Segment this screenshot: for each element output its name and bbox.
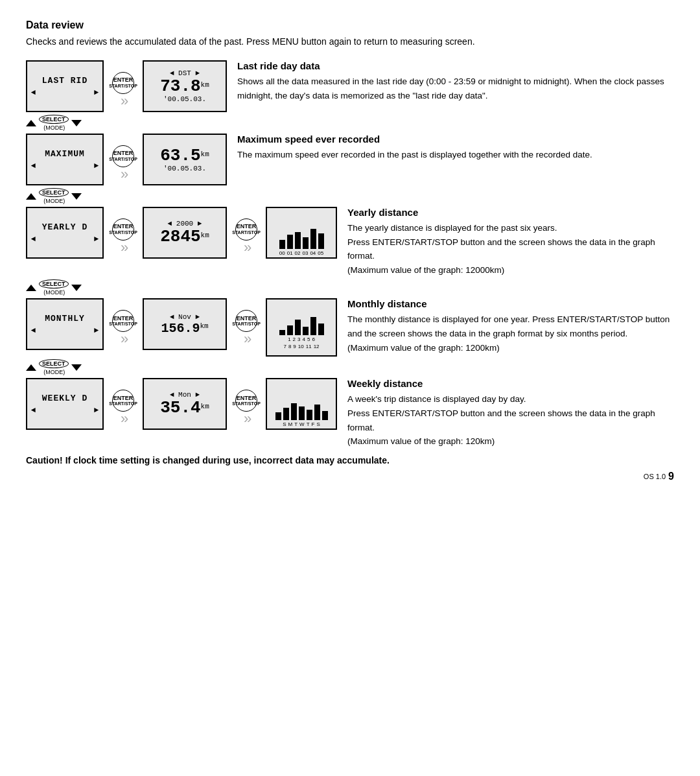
lcd-last-ride: LAST RID ◄ ► bbox=[26, 60, 104, 112]
enter-badge-maximum: ENTER START/STOP bbox=[112, 145, 134, 167]
lcd-yearly: YEARLY D ◄ ► bbox=[26, 207, 104, 259]
data-box-maximum: 63.5km '00.05.03. bbox=[143, 134, 227, 185]
triangle-down-3 bbox=[71, 285, 82, 291]
triangle-up-3 bbox=[26, 285, 36, 291]
data-box-monthly: ◄ Nov ► 156.9km bbox=[143, 298, 227, 350]
heading-weekly: Weekly distance bbox=[347, 378, 674, 389]
triangle-down-1 bbox=[71, 120, 82, 126]
lcd-text-monthly: MONTHLY bbox=[45, 314, 85, 323]
data-box-weekly: ◄ Mon ► 35.4km bbox=[143, 378, 227, 430]
desc-yearly: The yearly distance is displayed for the… bbox=[347, 221, 674, 277]
desc-maximum: The maximum speed ever recorded in the p… bbox=[237, 148, 674, 162]
heading-last-ride: Last ride day data bbox=[237, 60, 674, 71]
enter-badge-monthly-1: ENTER START/STOP bbox=[112, 310, 134, 332]
triangle-up-1 bbox=[26, 120, 36, 126]
graph-box-monthly: 1 2 3 4 5 6 7 8 9 10 11 12 bbox=[266, 298, 337, 357]
select-badge-3: SELECT bbox=[39, 279, 69, 288]
section-weekly: WEEKLY D ◄ ► ENTER START/STOP » ◄ Mon ► … bbox=[26, 378, 674, 448]
data-box-last-ride: ◄ DST ► 73.8km '00.05.03. bbox=[143, 60, 227, 112]
desc-monthly: The monthly distance is displayed for on… bbox=[347, 312, 674, 355]
intro-text: Checks and reviews the accumulated data … bbox=[26, 35, 674, 49]
desc-weekly: A week's trip distance is displayed day … bbox=[347, 392, 674, 448]
select-badge-4: SELECT bbox=[39, 359, 69, 368]
page-title: Data review bbox=[26, 19, 674, 31]
os-label: OS 1.0 bbox=[644, 473, 666, 480]
lcd-weekly: WEEKLY D ◄ ► bbox=[26, 378, 104, 430]
caution-text: Caution! If clock time setting is change… bbox=[26, 455, 674, 465]
heading-maximum: Maximum speed ever recorded bbox=[237, 134, 674, 145]
section-monthly: MONTHLY ◄ ► ENTER START/STOP » ◄ Nov ► 1… bbox=[26, 298, 674, 375]
page-number: 9 bbox=[668, 471, 674, 482]
enter-badge-yearly-2: ENTER START/STOP bbox=[235, 218, 257, 241]
triangle-down-4 bbox=[71, 364, 82, 371]
enter-badge-weekly-2: ENTER START/STOP bbox=[235, 390, 257, 412]
select-badge-1: SELECT bbox=[39, 115, 69, 124]
select-badge-2: SELECT bbox=[39, 188, 69, 197]
section-maximum: MAXIMUM ◄ ► ENTER START/STOP » 63.5km bbox=[26, 134, 674, 204]
enter-badge-monthly-2: ENTER START/STOP bbox=[235, 310, 257, 332]
enter-badge-last-ride: ENTER START/STOP bbox=[112, 72, 134, 94]
lcd-text-maximum: MAXIMUM bbox=[45, 149, 85, 159]
desc-last-ride: Shows all the data measured in the last … bbox=[237, 75, 674, 102]
section-yearly: YEARLY D ◄ ► ENTER START/STOP » ◄ 2000 ►… bbox=[26, 207, 674, 296]
lcd-text-yearly: YEARLY D bbox=[42, 222, 88, 232]
heading-yearly: Yearly distance bbox=[347, 207, 674, 218]
page-container: Data review Checks and reviews the accum… bbox=[26, 19, 674, 482]
heading-monthly: Monthly distance bbox=[347, 298, 674, 309]
triangle-up-2 bbox=[26, 193, 36, 200]
triangle-up-4 bbox=[26, 364, 36, 371]
data-box-yearly: ◄ 2000 ► 2845km bbox=[143, 207, 227, 259]
triangle-down-2 bbox=[71, 193, 82, 200]
graph-box-weekly: S M T W T F S bbox=[266, 378, 337, 430]
enter-badge-weekly-1: ENTER START/STOP bbox=[112, 390, 134, 412]
lcd-monthly: MONTHLY ◄ ► bbox=[26, 298, 104, 350]
lcd-text-last-ride: LAST RID bbox=[42, 76, 88, 86]
enter-badge-yearly-1: ENTER START/STOP bbox=[112, 218, 134, 241]
lcd-text-weekly: WEEKLY D bbox=[42, 394, 88, 403]
lcd-maximum: MAXIMUM ◄ ► bbox=[26, 134, 104, 185]
section-last-ride: LAST RID ◄ ► ENTER START/STOP » ◄ DST ► bbox=[26, 60, 674, 131]
graph-box-yearly: 00 01 02 03 04 05 bbox=[266, 207, 337, 259]
